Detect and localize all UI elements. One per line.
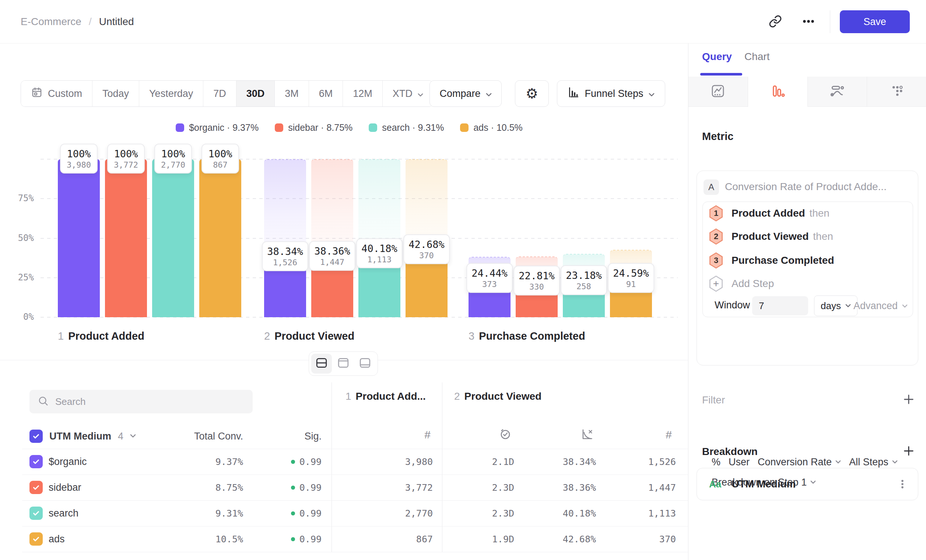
line-chart-icon [711, 84, 725, 100]
bar-value-label: 38.34%1,526 [262, 241, 308, 271]
breakdown-property-name: UTM Medium [732, 478, 796, 490]
step2-conversion-column[interactable] [581, 420, 594, 450]
row-name: ads [48, 526, 65, 552]
kebab-menu-icon[interactable] [897, 478, 908, 490]
row-step2-pct: 38.36% [563, 475, 596, 500]
bar-ads-step1[interactable] [199, 159, 241, 317]
row-step2-count: 370 [659, 526, 676, 552]
bar-count: 1,526 [267, 257, 303, 268]
sig-dot [291, 512, 295, 515]
table-row-organic[interactable]: $organic9.37%3,9802.1D38.34%1,5260.99 [0, 449, 688, 475]
tab-insights-chart[interactable] [688, 77, 748, 106]
window-value-input[interactable] [752, 296, 808, 315]
bar-sidebar-step1[interactable] [105, 159, 147, 317]
query-panel: Query Chart [688, 44, 926, 560]
query-step-3[interactable]: 3Purchase Completed [709, 252, 834, 269]
bar-percent: 22.81% [519, 270, 555, 282]
row-name: $organic [48, 449, 87, 475]
funnel-bars-icon [770, 84, 785, 100]
tab-funnel-chart[interactable] [748, 77, 808, 107]
bar-value-label: 42.68%370 [403, 234, 450, 264]
sig-header[interactable]: Sig. [304, 424, 322, 449]
step-then-suffix: then [806, 207, 829, 219]
layout-bottom-button[interactable] [355, 354, 375, 374]
tab-query[interactable]: Query [702, 51, 732, 63]
row-total-conv: 9.31% [215, 500, 243, 526]
row-step1-count: 2,770 [405, 500, 433, 526]
topbar-divider [830, 10, 830, 33]
breakdown-label: Breakdown [702, 446, 758, 457]
tab-flow-chart[interactable] [808, 77, 867, 106]
step-badge-hexagon: 2 [709, 229, 723, 245]
funnel-steps-card: Window days Advanced 1Product Added then… [702, 201, 913, 317]
step2-count-column[interactable]: # [666, 420, 672, 450]
query-step-2[interactable]: 2Product Viewed then [709, 229, 833, 245]
metric-title[interactable]: Conversion Rate of Product Adde... [725, 181, 887, 193]
breadcrumb-parent[interactable]: E-Commerce [21, 16, 82, 28]
table-row-sidebar[interactable]: sidebar8.75%3,7722.3D38.36%1,4470.99 [0, 475, 688, 500]
select-all-checkbox[interactable] [29, 430, 43, 443]
sig-dot [291, 486, 295, 490]
dots-grid-icon [890, 84, 904, 100]
window-label: Window [714, 300, 750, 311]
step1-count-column[interactable]: # [424, 420, 431, 450]
topbar: E-Commerce / Untitled Save [0, 0, 926, 44]
chevron-down-icon[interactable] [130, 433, 136, 439]
search-input[interactable] [55, 396, 232, 407]
bar-count: 370 [409, 251, 445, 260]
save-button[interactable]: Save [840, 10, 910, 33]
y-axis-tick: 75% [11, 193, 34, 203]
panel-tabs: Query Chart [688, 44, 926, 77]
text-property-icon: Aa [709, 478, 721, 490]
add-step-button[interactable]: +Add Step [709, 275, 774, 292]
table-row-ads[interactable]: ads10.5%8671.9D42.68%3700.99 [0, 526, 688, 552]
metric-heading: Metric [702, 130, 733, 142]
total-conv-header[interactable]: Total Conv. [194, 424, 243, 449]
time-to-convert-icon [499, 427, 512, 442]
add-breakdown-button[interactable] [902, 445, 915, 459]
window-unit-select[interactable]: days [814, 295, 858, 316]
bar-count: 2,770 [159, 160, 187, 170]
tab-chart[interactable]: Chart [744, 51, 769, 63]
query-step-1[interactable]: 1Product Added then [709, 205, 829, 221]
breakdown-table: 1 Product Add... 2 Product Viewed UTM Me… [0, 360, 688, 560]
page-title[interactable]: Untitled [99, 16, 134, 28]
bar-organic-step1[interactable] [58, 159, 100, 317]
step2-time-column[interactable] [499, 420, 512, 450]
search-icon [38, 395, 48, 408]
bar-search-step1[interactable] [152, 159, 194, 317]
step-name: Product Added [68, 330, 144, 342]
row-step2-time: 1.9D [492, 526, 514, 552]
table-row-search[interactable]: search9.31%2,7702.3D40.18%1,1130.99 [0, 500, 688, 526]
advanced-dropdown[interactable]: Advanced [853, 300, 908, 312]
layout-top-button[interactable] [333, 354, 354, 374]
row-checkbox[interactable] [29, 507, 43, 520]
tab-retention-chart[interactable] [867, 77, 926, 106]
layout-split-button[interactable] [311, 354, 332, 374]
row-checkbox[interactable] [29, 455, 43, 468]
layout-bottom-icon [359, 357, 371, 370]
row-checkbox[interactable] [29, 532, 43, 546]
breakdown-property-card[interactable]: Aa UTM Medium [696, 468, 918, 500]
share-link-button[interactable] [764, 10, 787, 33]
row-step2-pct: 42.68% [563, 526, 596, 552]
row-step2-time: 2.1D [492, 449, 514, 475]
analysis-canvas: CustomTodayYesterday7D30D3M6M12MXTD Comp… [0, 44, 688, 560]
step-name: Purchase Completed [479, 330, 585, 342]
step-number: 1 [345, 390, 351, 402]
bar-value-label: 100%3,980 [60, 144, 98, 174]
bar-count: 258 [566, 282, 602, 291]
window-unit-label: days [821, 300, 841, 312]
sig-value: 0.99 [300, 457, 322, 467]
more-options-button[interactable] [797, 10, 820, 33]
step-label: Product Add... [356, 390, 426, 402]
bar-value-label: 40.18%1,113 [356, 238, 402, 268]
step-number: 2 [264, 330, 270, 342]
funnel-chart: 75%50%25%0%100%3,980100%3,772100%2,77010… [0, 44, 688, 360]
add-filter-button[interactable] [902, 393, 915, 407]
row-checkbox[interactable] [29, 481, 43, 494]
sig-value: 0.99 [300, 482, 322, 493]
topbar-actions: Save [764, 0, 910, 44]
table-search [29, 390, 253, 413]
step-event-name: Purchase Completed [732, 254, 834, 266]
